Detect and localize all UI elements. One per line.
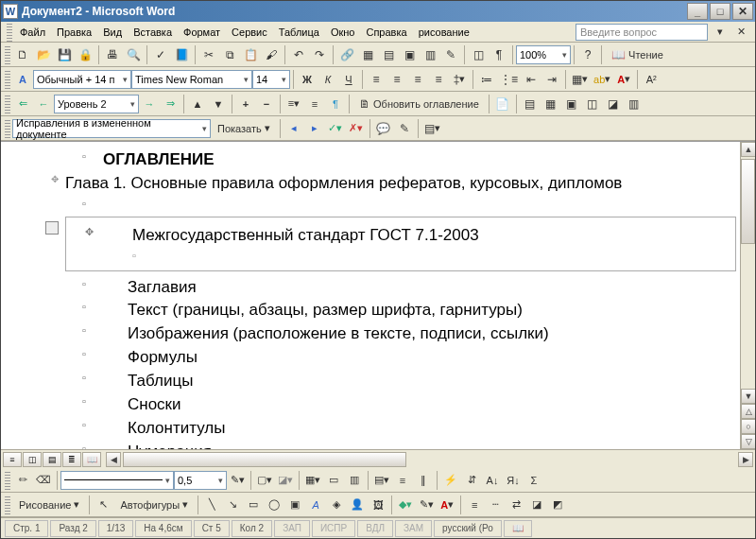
styles-pane-icon[interactable]: A bbox=[12, 69, 33, 90]
document-area[interactable]: ▫ОГЛАВЛЕНИЕ ✥Глава 1. Основные правила о… bbox=[1, 141, 755, 449]
toc-field-box[interactable]: ✥Межгосударственный стандарт ГОСТ 7.1-20… bbox=[65, 217, 736, 271]
arrow-icon[interactable]: ↘ bbox=[222, 495, 243, 515]
text-direction-icon[interactable]: ⇵ bbox=[461, 470, 482, 491]
line-icon[interactable]: ╲ bbox=[201, 495, 222, 515]
3d-icon[interactable]: ◩ bbox=[547, 495, 568, 515]
wordart-icon[interactable]: A bbox=[305, 495, 326, 515]
collapse-icon[interactable]: − bbox=[256, 94, 277, 114]
scroll-down-icon[interactable]: ▼ bbox=[741, 389, 755, 404]
align-justify-icon[interactable]: ≡ bbox=[428, 69, 449, 90]
toolbar-grip[interactable] bbox=[5, 70, 10, 89]
line-style-icon[interactable]: ≡ bbox=[464, 495, 485, 515]
draw-table-icon[interactable]: ✏ bbox=[12, 470, 33, 491]
scroll-left-icon[interactable]: ◀ bbox=[106, 452, 121, 467]
reading-view-icon[interactable]: 📖 bbox=[82, 452, 101, 467]
close-button[interactable]: ✕ bbox=[732, 3, 753, 20]
menu-format[interactable]: Формат bbox=[178, 25, 226, 40]
menu-drawing[interactable]: рисование bbox=[413, 25, 475, 40]
borders-icon[interactable]: ▦▾ bbox=[569, 69, 591, 90]
decrease-indent-icon[interactable]: ⇤ bbox=[521, 69, 541, 90]
expand-icon[interactable]: + bbox=[235, 94, 256, 114]
spellcheck-icon[interactable]: ✓ bbox=[150, 44, 171, 65]
menu-edit[interactable]: Правка bbox=[51, 25, 97, 40]
print-preview-icon[interactable]: 🔍 bbox=[123, 44, 144, 65]
goto-toc-icon[interactable]: 📄 bbox=[492, 94, 513, 114]
autoshapes-button[interactable]: Автофигуры ▾ bbox=[113, 495, 195, 515]
diagram-icon[interactable]: ◈ bbox=[326, 495, 347, 515]
status-rec[interactable]: ЗАП bbox=[274, 520, 310, 537]
table-autoformat-icon[interactable]: ⚡ bbox=[440, 470, 461, 491]
menu-window[interactable]: Окно bbox=[325, 25, 361, 40]
new-comment-icon[interactable]: 💬 bbox=[373, 118, 394, 139]
subdoc-icon[interactable]: ▦ bbox=[541, 94, 561, 114]
review-mode-combo[interactable]: Исправления в измененном документе▾ bbox=[12, 119, 211, 138]
maximize-button[interactable]: □ bbox=[710, 3, 730, 20]
reading-layout-button[interactable]: 📖 Чтение bbox=[605, 44, 670, 65]
font-combo[interactable]: Times New Roman▾ bbox=[131, 70, 252, 89]
font-color-icon2[interactable]: A▾ bbox=[437, 495, 457, 515]
promote-icon[interactable]: ← bbox=[33, 94, 54, 114]
toolbar-grip[interactable] bbox=[5, 471, 10, 490]
distribute-cols-icon[interactable]: ‖ bbox=[413, 470, 434, 491]
excel-icon[interactable]: ▣ bbox=[399, 44, 420, 65]
shadow-icon[interactable]: ◪ bbox=[526, 495, 547, 515]
promote-heading-icon[interactable]: ⇐ bbox=[12, 94, 33, 114]
sort-desc-icon[interactable]: Я↓ bbox=[503, 470, 524, 491]
border-color-icon[interactable]: ✎▾ bbox=[227, 470, 248, 491]
columns-icon[interactable]: ▥ bbox=[420, 44, 440, 65]
italic-icon[interactable]: К bbox=[318, 69, 338, 90]
open-icon[interactable]: 📂 bbox=[33, 44, 54, 65]
bulleted-list-icon[interactable]: ⋮≡ bbox=[497, 69, 521, 90]
shading-color-icon[interactable]: ◪▾ bbox=[275, 470, 296, 491]
show-level-icon[interactable]: ≡▾ bbox=[284, 94, 304, 114]
drawing-icon[interactable]: ✎ bbox=[440, 44, 461, 65]
toolbar-grip[interactable] bbox=[5, 95, 10, 113]
merge-cells-icon[interactable]: ▭ bbox=[323, 470, 344, 491]
scroll-up-icon[interactable]: ▲ bbox=[741, 142, 755, 157]
oval-icon[interactable]: ◯ bbox=[264, 495, 284, 515]
demote-icon[interactable]: → bbox=[139, 94, 160, 114]
sort-asc-icon[interactable]: A↓ bbox=[482, 470, 503, 491]
format-painter-icon[interactable]: 🖌 bbox=[261, 44, 282, 65]
toolbar-grip[interactable] bbox=[5, 119, 10, 138]
next-page-icon[interactable]: ▽ bbox=[741, 434, 755, 449]
underline-icon[interactable]: Ч bbox=[338, 69, 359, 90]
line-weight-combo[interactable]: 0,5▾ bbox=[174, 471, 227, 490]
accept-change-icon[interactable]: ✓▾ bbox=[325, 118, 346, 139]
demote-body-icon[interactable]: ⇒ bbox=[160, 94, 180, 114]
show-marks-icon[interactable]: ¶ bbox=[489, 44, 509, 65]
arrow-style-icon[interactable]: ⇄ bbox=[506, 495, 526, 515]
update-toc-button[interactable]: 🗎 Обновить оглавление bbox=[352, 94, 486, 114]
menu-table[interactable]: Таблица bbox=[273, 25, 325, 40]
increase-indent-icon[interactable]: ⇥ bbox=[541, 69, 562, 90]
distribute-rows-icon[interactable]: ≡ bbox=[392, 470, 413, 491]
show-menu-button[interactable]: Показать ▾ bbox=[211, 118, 277, 139]
fill-color-icon[interactable]: ◆▾ bbox=[395, 495, 416, 515]
insert-subdoc-icon[interactable]: ▣ bbox=[561, 94, 582, 114]
clipart-icon[interactable]: 👤 bbox=[347, 495, 368, 515]
new-doc-icon[interactable]: 🗋 bbox=[12, 44, 33, 65]
print-view-icon[interactable]: ▤ bbox=[43, 452, 61, 467]
dash-style-icon[interactable]: ┄ bbox=[485, 495, 506, 515]
autosum-icon[interactable]: Σ bbox=[524, 470, 544, 491]
minimize-button[interactable]: _ bbox=[687, 3, 708, 20]
master-doc-icon[interactable]: ▤ bbox=[520, 94, 541, 114]
track-changes-icon[interactable]: ✎ bbox=[394, 118, 415, 139]
style-combo[interactable]: Обычный + 14 п▾ bbox=[33, 70, 131, 89]
help-dropdown[interactable]: ▾ bbox=[710, 22, 730, 43]
redo-icon[interactable]: ↷ bbox=[309, 44, 330, 65]
copy-icon[interactable]: ⧉ bbox=[219, 44, 240, 65]
scroll-right-icon[interactable]: ▶ bbox=[738, 452, 753, 467]
help-icon[interactable]: ? bbox=[577, 44, 598, 65]
font-size-combo[interactable]: 14▾ bbox=[252, 70, 290, 89]
picture-icon[interactable]: 🖼 bbox=[368, 495, 388, 515]
move-up-icon[interactable]: ▲ bbox=[187, 94, 208, 114]
web-view-icon[interactable]: ◫ bbox=[23, 452, 42, 467]
menu-insert[interactable]: Вставка bbox=[128, 25, 178, 40]
horizontal-scrollbar[interactable]: ◀ ▶ bbox=[106, 452, 753, 467]
hyperlink-icon[interactable]: 🔗 bbox=[336, 44, 357, 65]
toolbar-grip[interactable] bbox=[5, 496, 10, 514]
menu-help[interactable]: Справка bbox=[360, 25, 412, 40]
font-color-icon[interactable]: A▾ bbox=[613, 69, 634, 90]
rectangle-icon[interactable]: ▭ bbox=[243, 495, 264, 515]
